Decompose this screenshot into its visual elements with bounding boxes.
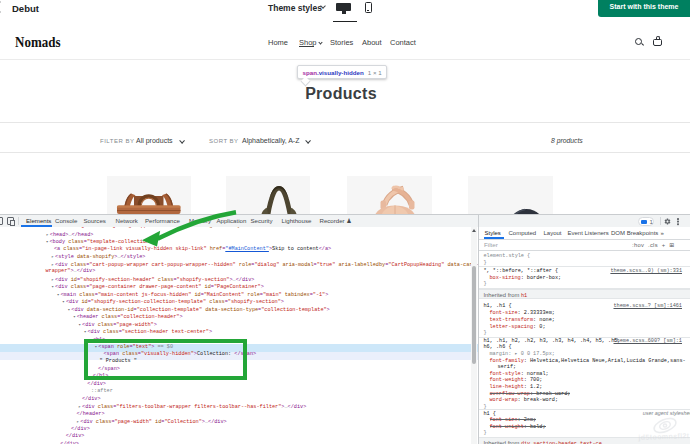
- svg-text:jd5toomnsfl2t: jd5toomnsfl2t: [637, 431, 690, 442]
